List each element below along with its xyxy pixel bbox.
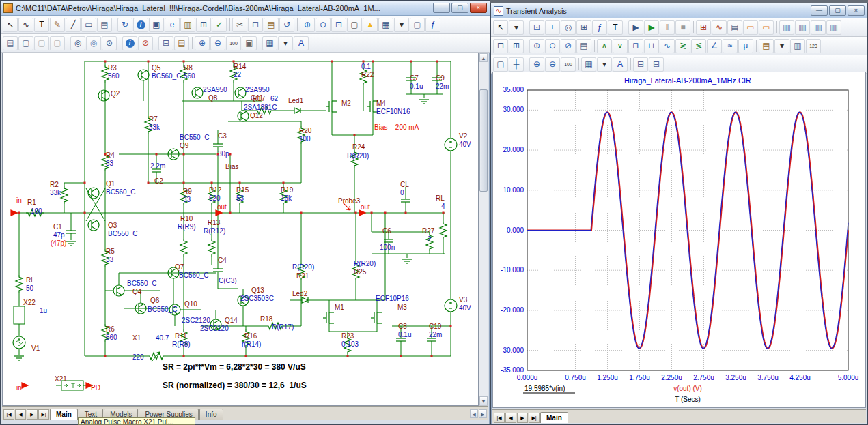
- schematic-label[interactable]: R(R12): [204, 227, 225, 235]
- schematic-label[interactable]: R14: [234, 63, 246, 70]
- image-icon[interactable]: ▣: [242, 36, 257, 50]
- schematic-label[interactable]: R(R20): [347, 152, 369, 160]
- stack-plots-icon-1[interactable]: ▥: [779, 20, 794, 35]
- schematic-label[interactable]: R25: [354, 268, 366, 276]
- schematic-label[interactable]: 560: [184, 72, 195, 80]
- schematic-label[interactable]: 2SA950: [203, 86, 227, 93]
- zoom-in-icon[interactable]: ⊕: [529, 39, 544, 53]
- schematic-label[interactable]: 220: [132, 353, 144, 361]
- schematic-label[interactable]: Ri: [26, 276, 32, 284]
- schematic-label[interactable]: R4: [106, 151, 115, 159]
- zoom-window-icon[interactable]: ⊡: [529, 20, 544, 35]
- numeric-output-icon[interactable]: ▤: [727, 20, 742, 35]
- print-icon[interactable]: ▤: [97, 18, 112, 32]
- vertical-scroll-thumb[interactable]: [479, 89, 488, 192]
- schematic-label[interactable]: C7: [410, 74, 419, 82]
- schematic-label[interactable]: 2SA1381C: [244, 104, 277, 111]
- schematic-label[interactable]: R13: [208, 219, 220, 226]
- close-button[interactable]: ×: [470, 3, 487, 13]
- minimize-button[interactable]: —: [433, 3, 450, 13]
- schematic-label[interactable]: CL: [400, 181, 409, 188]
- schematic-label[interactable]: C10: [429, 323, 441, 330]
- crosshair-icon[interactable]: ┼: [509, 57, 524, 72]
- schematic-label[interactable]: out: [361, 203, 370, 211]
- paste-page-icon[interactable]: ▤: [174, 36, 189, 50]
- schematic-label[interactable]: C3: [218, 132, 227, 140]
- copy-page-icon[interactable]: ⊟: [649, 57, 664, 72]
- grid-dropdown-icon[interactable]: ▾: [278, 36, 293, 50]
- watch-icon[interactable]: ▭: [743, 20, 758, 35]
- schematic-label[interactable]: C8: [398, 323, 407, 330]
- scroll-right-icon[interactable]: ▶: [479, 409, 487, 418]
- schematic-label[interactable]: X22: [23, 299, 36, 306]
- schematic-label[interactable]: 40V: [459, 141, 471, 148]
- zoom-out-icon[interactable]: ⊖: [210, 36, 225, 50]
- tab-nav-prev[interactable]: ◀: [505, 413, 516, 423]
- schematic-label[interactable]: 33k: [149, 123, 160, 131]
- schematic-label[interactable]: Bias: [225, 163, 238, 171]
- schematic-label[interactable]: R10: [180, 215, 193, 222]
- stop-circle-icon[interactable]: ⊘: [138, 36, 153, 50]
- paste-icon[interactable]: ▤: [264, 18, 279, 32]
- schematic-label[interactable]: 2SC2120: [182, 317, 210, 324]
- tab-nav-first[interactable]: |◀: [3, 409, 14, 420]
- restore-button[interactable]: ▢: [829, 5, 846, 16]
- schematic-label[interactable]: R(R9): [178, 223, 196, 231]
- schematic-label[interactable]: R3: [108, 64, 117, 72]
- schematic-label[interactable]: R(R8): [172, 340, 191, 348]
- schematic-label[interactable]: 22: [234, 71, 241, 78]
- schematic-label[interactable]: 4: [441, 203, 445, 210]
- high-icon[interactable]: ⊓: [628, 39, 643, 53]
- schematic-label[interactable]: C2: [154, 177, 163, 185]
- zoom-percent-icon[interactable]: 100: [226, 36, 241, 50]
- text-tool[interactable]: T: [608, 20, 623, 35]
- close-button[interactable]: ×: [848, 5, 865, 16]
- scroll-left-icon[interactable]: ◀: [470, 409, 478, 418]
- select-tool[interactable]: ↖: [493, 20, 508, 35]
- run-icon[interactable]: ▶: [644, 20, 659, 35]
- schematic-label[interactable]: R5: [106, 248, 115, 255]
- valley-icon[interactable]: ∨: [613, 39, 628, 53]
- schematic-label[interactable]: M1: [335, 304, 344, 311]
- schematic-label[interactable]: 33: [106, 160, 113, 167]
- global-low-icon[interactable]: ≶: [691, 39, 706, 53]
- schematic-label[interactable]: R(R17): [272, 323, 294, 331]
- component-list-icon[interactable]: ⊞: [196, 18, 211, 32]
- period-icon[interactable]: ≈: [723, 39, 738, 53]
- schematic-label[interactable]: 30p: [218, 150, 229, 158]
- global-high-icon[interactable]: ≷: [675, 39, 690, 53]
- schematic-label[interactable]: 0.1: [361, 63, 371, 70]
- schematic-label[interactable]: 22m: [429, 331, 442, 338]
- cut-icon[interactable]: ✂: [232, 18, 247, 32]
- macro-icon[interactable]: ƒ: [425, 18, 440, 32]
- mode-dropdown-icon[interactable]: ▾: [509, 20, 524, 35]
- schematic-label[interactable]: 100: [31, 207, 42, 215]
- schematic-label[interactable]: 0.103: [341, 340, 359, 348]
- schematic-label[interactable]: R(R20): [292, 263, 314, 271]
- low-icon[interactable]: ⊔: [644, 39, 659, 53]
- schematic-label[interactable]: Q7: [175, 263, 184, 271]
- stack-plots-icon-4[interactable]: ▥: [826, 20, 841, 35]
- schematic-label[interactable]: Probe3: [338, 197, 360, 205]
- schematic-label[interactable]: 33: [183, 196, 191, 203]
- zoom-in-icon[interactable]: ⊕: [195, 36, 210, 50]
- zoom-in-icon[interactable]: ⊕: [529, 57, 544, 72]
- report-icon[interactable]: ▥: [790, 39, 805, 53]
- zoom-in-icon[interactable]: ⊕: [300, 18, 315, 32]
- inflection-icon[interactable]: ∿: [660, 39, 675, 53]
- tab-nav-next[interactable]: ▶: [517, 413, 528, 423]
- data-points-icon[interactable]: ⊞: [696, 20, 711, 35]
- find-next-icon[interactable]: ◎: [86, 36, 101, 50]
- schematic-label[interactable]: Q3: [108, 222, 117, 229]
- schematic-label[interactable]: Q2: [111, 90, 120, 98]
- tab-nav-first[interactable]: |◀: [494, 413, 505, 423]
- schematic-label[interactable]: R11: [175, 332, 187, 340]
- copy-icon[interactable]: ⊟: [248, 18, 263, 32]
- properties-icon[interactable]: ▤: [3, 36, 18, 50]
- schematic-label[interactable]: 620: [209, 194, 221, 202]
- zoom-percent-icon[interactable]: 100: [561, 57, 576, 72]
- schematic-label[interactable]: R1: [27, 199, 36, 206]
- copy-plot-icon[interactable]: ⊟: [633, 57, 648, 72]
- minimize-button[interactable]: —: [811, 5, 828, 16]
- schematic-label[interactable]: 2SA950: [245, 86, 270, 93]
